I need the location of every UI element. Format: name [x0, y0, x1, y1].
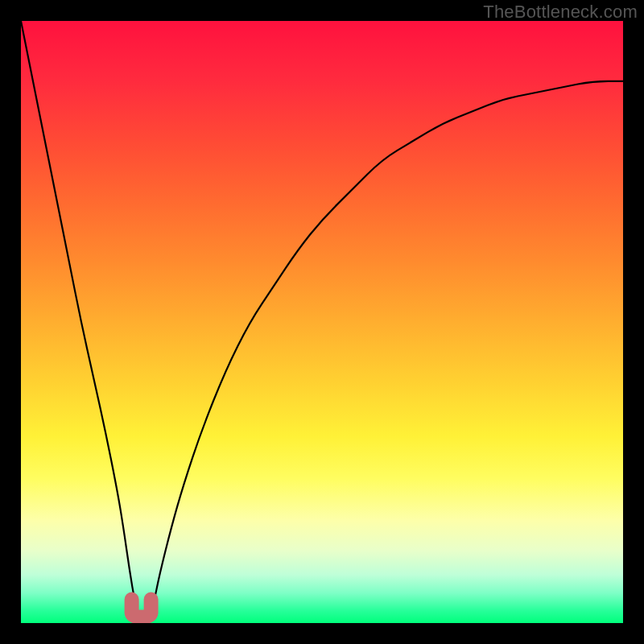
bottleneck-curve: [21, 21, 623, 623]
optimal-marker-icon: [132, 600, 151, 617]
plot-area: [21, 21, 623, 623]
watermark-text: TheBottleneck.com: [483, 2, 638, 23]
bottleneck-curve-layer: [21, 21, 623, 623]
chart-frame: TheBottleneck.com line: [0, 0, 644, 644]
